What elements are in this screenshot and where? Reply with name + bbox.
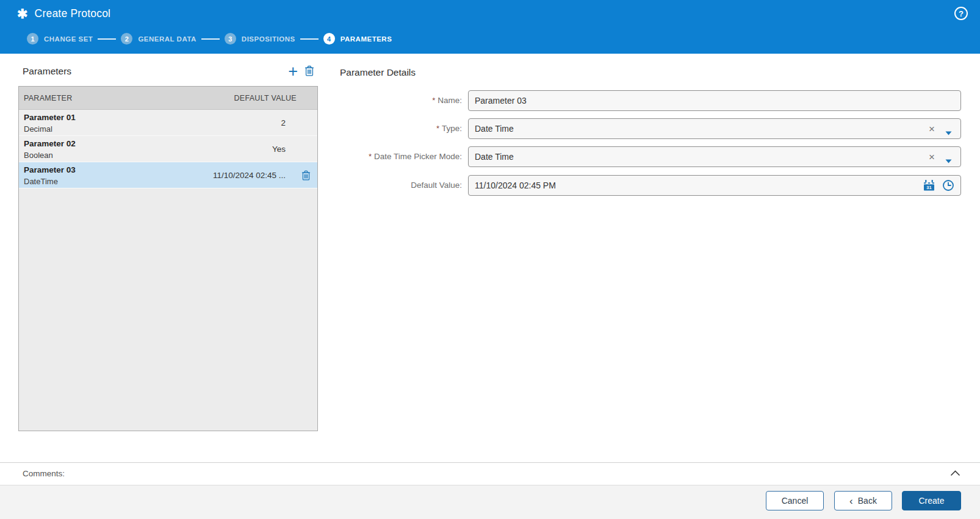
table-row-parameter-01[interactable]: Parameter 01 Decimal 2 <box>19 110 317 136</box>
table-row-parameter-03[interactable]: Parameter 03 DateTime 11/10/2024 02:45 .… <box>19 162 317 188</box>
name-field-row: *Name: <box>340 90 961 111</box>
chevron-down-icon[interactable] <box>945 155 952 166</box>
label-text: Type: <box>442 124 462 133</box>
type-select-value: Date Time <box>475 119 514 138</box>
name-input-box <box>468 90 961 111</box>
parameters-panel-title: Parameters <box>23 66 71 77</box>
collapse-comments-button[interactable] <box>950 469 960 478</box>
default-value-field-row: Default Value: 31 <box>340 175 961 196</box>
step-label: DISPOSITIONS <box>242 35 295 43</box>
label-text: Name: <box>438 96 462 105</box>
back-button-label: Back <box>858 496 877 506</box>
parameter-type: DateTime <box>24 177 58 186</box>
help-button[interactable]: ? <box>954 7 968 20</box>
default-value-input[interactable] <box>469 176 960 195</box>
picker-mode-field-label: *Date Time Picker Mode: <box>340 146 462 167</box>
question-mark-icon: ? <box>959 9 964 18</box>
column-header-default-value: DEFAULT VALUE <box>234 87 297 110</box>
create-protocol-window: ✱ Create Protocol ? 1 CHANGE SET 2 GENER… <box>0 0 980 519</box>
picker-mode-select[interactable]: Date Time × <box>468 146 961 167</box>
default-value-field-label: Default Value: <box>340 175 462 196</box>
step-general-data[interactable]: 2 GENERAL DATA <box>121 33 196 45</box>
parameter-name: Parameter 01 <box>24 113 76 122</box>
parameters-table: PARAMETER DEFAULT VALUE Parameter 01 Dec… <box>18 86 318 431</box>
add-parameter-button[interactable]: + <box>288 62 298 81</box>
parameter-default-value: 11/10/2024 02:45 ... <box>213 162 286 188</box>
comments-bar: Comments: <box>0 462 980 485</box>
wizard-steps: 1 CHANGE SET 2 GENERAL DATA 3 DISPOSITIO… <box>27 33 392 45</box>
parameter-default-value: Yes <box>272 136 286 162</box>
clear-icon[interactable]: × <box>926 147 937 166</box>
default-value-input-box: 31 <box>468 175 961 196</box>
step-dispositions[interactable]: 3 DISPOSITIONS <box>225 33 295 45</box>
step-connector <box>98 38 116 40</box>
label-text: Default Value: <box>411 181 462 190</box>
step-connector <box>201 38 220 40</box>
header-bar: ✱ Create Protocol ? 1 CHANGE SET 2 GENER… <box>0 0 980 54</box>
page-title: Create Protocol <box>35 7 111 20</box>
label-text: Date Time Picker Mode: <box>374 152 462 161</box>
step-number: 4 <box>323 33 335 45</box>
chevron-left-icon: ‹ <box>849 496 853 506</box>
delete-parameter-button[interactable] <box>304 65 314 78</box>
step-parameters[interactable]: 4 PARAMETERS <box>323 33 392 45</box>
footer-bar: Cancel ‹ Back Create <box>0 485 980 519</box>
create-button[interactable]: Create <box>902 491 961 510</box>
back-button[interactable]: ‹ Back <box>834 491 892 510</box>
picker-mode-field-row: *Date Time Picker Mode: Date Time × <box>340 146 961 167</box>
parameters-panel-header: Parameters + <box>18 63 318 82</box>
header-title-row: ✱ Create Protocol <box>17 5 110 21</box>
step-number: 2 <box>121 33 132 45</box>
type-select[interactable]: Date Time × <box>468 118 961 139</box>
picker-mode-select-value: Date Time <box>475 147 514 166</box>
step-label: PARAMETERS <box>340 35 392 43</box>
type-field-label: *Type: <box>340 118 462 139</box>
parameter-name: Parameter 02 <box>24 139 76 148</box>
trash-icon <box>301 170 311 181</box>
column-header-parameter: PARAMETER <box>24 87 73 110</box>
step-number: 1 <box>27 33 38 45</box>
trash-icon <box>304 65 314 76</box>
step-label: CHANGE SET <box>44 35 93 43</box>
parameter-details-title: Parameter Details <box>340 67 416 78</box>
chevron-down-icon[interactable] <box>945 127 952 138</box>
required-marker: * <box>436 124 439 133</box>
step-connector <box>300 38 319 40</box>
comments-label: Comments: <box>23 463 65 485</box>
calendar-icon[interactable]: 31 <box>923 180 935 193</box>
parameter-default-value: 2 <box>281 110 286 136</box>
required-marker: * <box>432 96 435 105</box>
required-marker: * <box>369 152 372 161</box>
asterisk-app-icon: ✱ <box>17 7 28 20</box>
parameter-type: Decimal <box>24 124 52 134</box>
name-field-label: *Name: <box>340 90 462 111</box>
step-label: GENERAL DATA <box>138 35 196 43</box>
cancel-button[interactable]: Cancel <box>766 491 824 510</box>
svg-text:31: 31 <box>926 185 931 190</box>
clear-icon[interactable]: × <box>926 119 937 138</box>
parameter-name: Parameter 03 <box>24 165 76 174</box>
parameters-table-header: PARAMETER DEFAULT VALUE <box>19 87 317 110</box>
step-number: 3 <box>225 33 236 45</box>
parameter-type: Boolean <box>24 151 53 160</box>
step-change-set[interactable]: 1 CHANGE SET <box>27 33 93 45</box>
type-field-row: *Type: Date Time × <box>340 118 961 139</box>
chevron-up-icon <box>950 470 960 476</box>
clock-icon[interactable] <box>942 179 954 193</box>
table-row-parameter-02[interactable]: Parameter 02 Boolean Yes <box>19 136 317 162</box>
name-input[interactable] <box>469 91 960 110</box>
delete-row-button[interactable] <box>301 170 311 182</box>
